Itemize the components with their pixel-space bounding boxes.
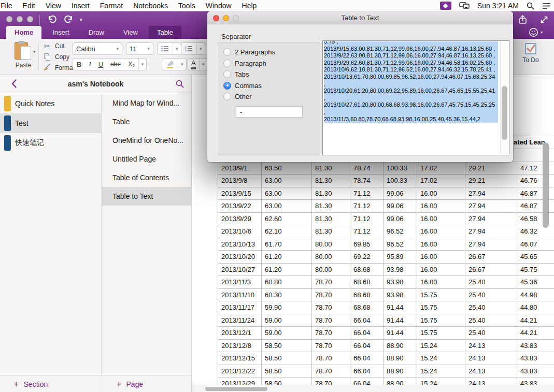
table-cell[interactable]: 66.04 <box>350 352 383 365</box>
menu-item-format[interactable]: Format <box>95 2 128 10</box>
strikethrough-button[interactable]: abe <box>107 61 124 68</box>
table-cell[interactable]: 16.00 <box>417 238 465 251</box>
table-cell[interactable]: 60.80 <box>262 276 312 288</box>
table-cell[interactable]: 44.98 <box>517 289 554 301</box>
table-cell[interactable]: 2013/11/10 <box>218 289 262 301</box>
table-cell[interactable]: 15.75 <box>417 327 465 339</box>
table-cell[interactable]: 27.94 <box>465 213 517 225</box>
table-cell[interactable]: 71.12 <box>350 213 383 225</box>
table-cell[interactable]: 29.21 <box>465 175 517 187</box>
table-cell[interactable]: 62.60 <box>262 213 312 225</box>
page-item-table-of-contents[interactable]: Table of Contents <box>102 168 192 187</box>
table-cell[interactable]: 78.70 <box>312 301 350 314</box>
table-cell[interactable]: 16.00 <box>417 213 465 225</box>
table-cell[interactable]: 16.00 <box>417 264 465 276</box>
table-cell[interactable]: 81.30 <box>312 225 350 238</box>
table-row[interactable]: 2013/9/1563.0081.3071.1299.0616.0027.944… <box>218 187 554 200</box>
table-cell[interactable]: 81.30 <box>312 213 350 225</box>
table-cell[interactable]: 17.02 <box>417 175 465 187</box>
table-cell[interactable]: 78.74 <box>350 175 383 187</box>
table-cell[interactable]: 71.12 <box>350 200 383 212</box>
tab-home[interactable]: Home <box>6 26 41 39</box>
table-cell[interactable]: 81.30 <box>312 200 350 212</box>
table-cell[interactable]: 17.02 <box>417 162 465 175</box>
table-cell[interactable]: 68.68 <box>350 264 383 276</box>
table-cell[interactable]: 61.20 <box>262 251 312 263</box>
paste-dropdown-caret-icon[interactable]: ▾ <box>33 49 36 54</box>
search-icon[interactable] <box>176 80 184 88</box>
table-cell[interactable]: 44.21 <box>517 314 554 327</box>
table-cell[interactable]: 63.00 <box>262 175 312 187</box>
chevron-down-icon[interactable]: ▾ <box>138 59 147 70</box>
table-cell[interactable]: 69.22 <box>350 251 383 263</box>
table-cell[interactable]: 16.00 <box>417 225 465 238</box>
table-cell[interactable]: 27.94 <box>465 187 517 200</box>
table-cell[interactable]: 58.50 <box>262 340 312 352</box>
zoom-window-button[interactable] <box>27 16 33 22</box>
table-cell[interactable]: 15.75 <box>417 289 465 301</box>
table-row[interactable]: 2013/12/2258.5078.7066.0488.9015.2424.13… <box>218 365 554 378</box>
spotlight-search-icon[interactable] <box>527 2 534 10</box>
page-item-untitled-page[interactable]: Untitled Page <box>102 150 192 168</box>
menu-item-edit[interactable]: Edit <box>18 2 40 10</box>
font-size-select[interactable]: 11 ▾ <box>126 42 153 55</box>
todo-tag-button[interactable]: To Do <box>519 43 542 64</box>
table-cell[interactable]: 100.33 <box>383 162 417 175</box>
numbered-list-button[interactable]: 123 ▾ <box>181 42 205 55</box>
tab-table[interactable]: Table <box>149 26 181 39</box>
table-cell[interactable]: 88.90 <box>383 365 417 378</box>
table-cell[interactable]: 61.70 <box>262 238 312 251</box>
table-cell[interactable]: 91.44 <box>383 314 417 327</box>
customize-toolbar-chevron-icon[interactable]: ▾ <box>80 17 82 22</box>
table-row[interactable]: 2013/9/163.5081.3078.74100.3317.0229.214… <box>218 162 554 175</box>
table-cell[interactable]: 2013/11/3 <box>218 276 262 288</box>
table-cell[interactable]: 2013/10/13 <box>218 238 262 251</box>
table-cell[interactable]: 58.50 <box>262 365 312 378</box>
radio-option-tabs[interactable]: Tabs <box>218 69 320 80</box>
close-window-button[interactable] <box>6 16 12 22</box>
page-item-table[interactable]: Table <box>102 112 192 131</box>
table-cell[interactable]: 96.52 <box>383 238 417 251</box>
italic-button[interactable]: I <box>85 60 94 68</box>
table-cell[interactable]: 78.70 <box>312 327 350 339</box>
table-cell[interactable]: 63.00 <box>262 187 312 200</box>
table-cell[interactable]: 25.40 <box>465 289 517 301</box>
table-cell[interactable]: 69.85 <box>350 238 383 251</box>
table-cell[interactable]: 78.70 <box>312 314 350 327</box>
table-cell[interactable]: 66.04 <box>350 327 383 339</box>
table-cell[interactable]: 46.32 <box>517 225 554 238</box>
table-cell[interactable]: 80.00 <box>312 238 350 251</box>
table-cell[interactable]: 78.70 <box>312 352 350 365</box>
table-cell[interactable]: 2013/9/8 <box>218 175 262 187</box>
chevron-down-icon[interactable]: ▾ <box>199 59 207 70</box>
table-cell[interactable]: 59.00 <box>262 327 312 339</box>
table-cell[interactable]: 68.68 <box>350 301 383 314</box>
table-cell[interactable]: 16.00 <box>417 187 465 200</box>
table-cell[interactable]: 58.50 <box>262 352 312 365</box>
table-cell[interactable]: 68.68 <box>350 276 383 288</box>
add-section-button[interactable]: + Section <box>13 375 48 392</box>
tab-view[interactable]: View <box>115 26 146 39</box>
table-row[interactable]: 2013/12/858.5078.7066.0488.9015.2424.134… <box>218 340 554 353</box>
table-cell[interactable]: 80.00 <box>312 251 350 263</box>
table-cell[interactable]: 24.13 <box>465 365 517 378</box>
dialog-minimize-button[interactable] <box>223 15 229 21</box>
menu-item-view[interactable]: View <box>40 2 66 10</box>
menu-item-insert[interactable]: Insert <box>66 2 95 10</box>
dialog-close-button[interactable] <box>213 15 219 21</box>
menu-item-notebooks[interactable]: Notebooks <box>128 2 173 10</box>
table-cell[interactable]: 93.98 <box>383 276 417 288</box>
horizontal-scrollbar-thumb[interactable] <box>205 387 267 391</box>
table-cell[interactable]: 63.50 <box>262 162 312 175</box>
table-row[interactable]: 2013/11/1060.3078.7068.6893.9815.7525.40… <box>218 289 554 302</box>
highlight-button[interactable]: ▾ <box>162 58 187 70</box>
table-cell[interactable]: 43.83 <box>517 365 554 378</box>
conversion-preview-box[interactable]: 5.79 , 2013/9/15,63.00,81.30,71.12,99.06… <box>322 40 509 155</box>
table-cell[interactable]: 78.74 <box>350 162 383 175</box>
table-row[interactable]: 2013/9/2962.6081.3071.1299.0616.0027.944… <box>218 213 554 226</box>
table-cell[interactable]: 2013/11/24 <box>218 314 262 327</box>
page-item-mind-map-for-wind[interactable]: Mind Map for Wind... <box>102 94 192 112</box>
table-cell[interactable]: 62.10 <box>262 225 312 238</box>
radio-option-other[interactable]: Other <box>218 91 320 103</box>
table-cell[interactable]: 26.67 <box>465 264 517 276</box>
